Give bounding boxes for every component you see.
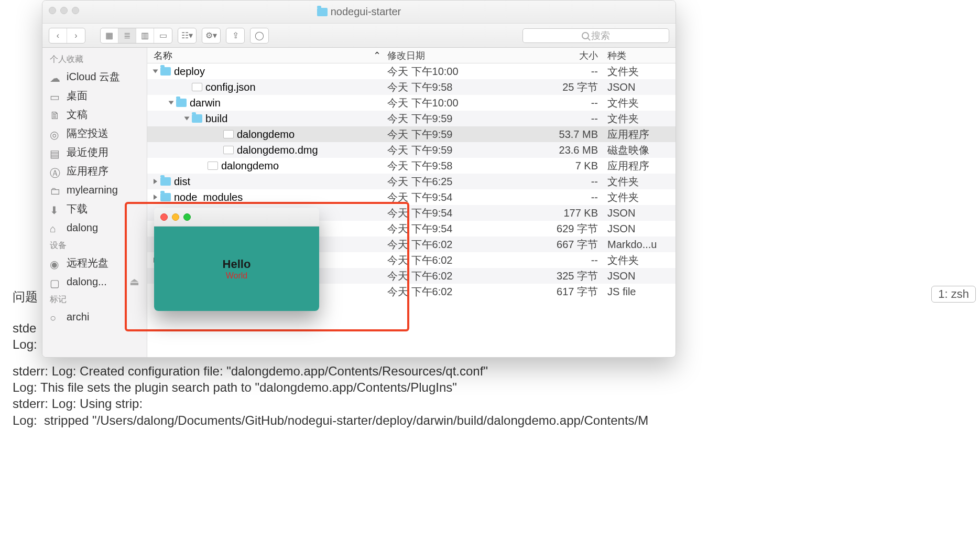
finder-sidebar: 个人收藏 ☁iCloud 云盘 ▭桌面 🗎文稿 ◎隔空投送 ▤最近使用 Ⓐ应用程… (42, 48, 147, 357)
table-row[interactable]: darwin今天 下午10:00--文件夹 (147, 95, 676, 111)
file-kind: 文件夹 (607, 96, 676, 110)
table-row[interactable]: dist今天 下午6:25--文件夹 (147, 174, 676, 189)
file-date: 今天 下午6:02 (387, 238, 518, 252)
disclosure-triangle-icon[interactable] (169, 101, 174, 105)
zoom-icon[interactable] (72, 7, 79, 14)
sidebar-item-applications[interactable]: Ⓐ应用程序 (42, 162, 147, 180)
sidebar-item-airdrop[interactable]: ◎隔空投送 (42, 124, 147, 143)
terminal-line: Log: This file sets the plugin search pa… (13, 379, 648, 395)
column-name[interactable]: 名称⌃ (147, 49, 387, 62)
file-size: 7 KB (518, 160, 607, 172)
minimize-icon[interactable] (172, 213, 179, 221)
back-button[interactable]: ‹ (49, 28, 67, 43)
disclosure-triangle-icon[interactable] (153, 70, 158, 73)
sidebar-item-disk[interactable]: ▢dalong...⏏ (42, 272, 147, 291)
action-button[interactable]: ⚙▾ (202, 28, 220, 43)
traffic-lights (49, 7, 79, 14)
search-field[interactable]: 搜索 (522, 28, 669, 43)
column-size[interactable]: 大小 (518, 49, 607, 62)
app-titlebar[interactable] (154, 208, 319, 227)
forward-button[interactable]: › (67, 28, 85, 43)
file-date: 今天 下午10:00 (387, 64, 518, 79)
icon-view-button[interactable]: ▦ (101, 28, 118, 43)
file-kind: 应用程序 (607, 159, 676, 173)
zoom-icon[interactable] (183, 213, 191, 221)
terminal-tab-problems[interactable]: 问题 (13, 288, 38, 305)
eject-icon[interactable]: ⏏ (129, 275, 139, 288)
file-date: 今天 下午9:59 (387, 112, 518, 126)
sort-asc-icon: ⌃ (373, 50, 381, 61)
file-kind: JSON (607, 81, 676, 93)
minimize-icon[interactable] (60, 7, 68, 14)
share-button[interactable]: ⇪ (226, 28, 244, 43)
terminal-line: Log: stripped "/Users/dalong/Documents/G… (13, 412, 648, 428)
file-date: 今天 下午6:02 (387, 285, 518, 299)
gallery-view-button[interactable]: ▭ (154, 28, 172, 43)
file-name: dist (174, 176, 190, 188)
file-name: dalongdemo.dmg (237, 144, 318, 156)
folder-icon (160, 177, 171, 186)
sidebar-item-remote-disc[interactable]: ◉远程光盘 (42, 253, 147, 272)
table-row[interactable]: node_modules今天 下午9:54--文件夹 (147, 189, 676, 205)
disclosure-triangle-icon[interactable] (154, 195, 157, 200)
folder-icon (317, 8, 328, 16)
sidebar-item-recents[interactable]: ▤最近使用 (42, 143, 147, 162)
column-headers: 名称⌃ 修改日期 大小 种类 (147, 48, 676, 63)
folder-icon (192, 114, 202, 123)
app-window[interactable]: Hello World (154, 208, 319, 311)
file-size: -- (518, 176, 607, 188)
disclosure-triangle-icon[interactable] (154, 179, 157, 184)
dmg-icon (223, 146, 234, 154)
finder-titlebar[interactable]: nodegui-starter (42, 1, 676, 24)
file-kind: JS file (607, 286, 676, 298)
sidebar-item-documents[interactable]: 🗎文稿 (42, 105, 147, 124)
file-size: 325 字节 (518, 269, 607, 283)
cloud-icon: ☁ (50, 72, 61, 81)
disclosure-triangle-icon[interactable] (184, 117, 190, 121)
file-name: deploy (174, 66, 205, 78)
file-date: 今天 下午9:54 (387, 206, 518, 220)
sidebar-item-downloads[interactable]: ⬇下载 (42, 199, 147, 218)
file-kind: 应用程序 (607, 127, 676, 142)
view-group: ▦ ≣ ▥ ▭ (100, 28, 172, 44)
search-icon (582, 32, 589, 39)
tag-icon: ○ (50, 312, 61, 321)
folder-icon (160, 193, 171, 201)
column-kind[interactable]: 种类 (607, 49, 676, 62)
sidebar-item-desktop[interactable]: ▭桌面 (42, 86, 147, 105)
arrange-group: ☷▾ (178, 28, 197, 44)
table-row[interactable]: build今天 下午9:59--文件夹 (147, 111, 676, 126)
sidebar-item-icloud[interactable]: ☁iCloud 云盘 (42, 67, 147, 86)
table-row[interactable]: dalongdemo今天 下午9:5953.7 MB应用程序 (147, 126, 676, 142)
terminal-line: stde (13, 320, 37, 336)
arrange-button[interactable]: ☷▾ (178, 28, 196, 43)
action-group: ⚙▾ (202, 28, 221, 44)
file-kind: 文件夹 (607, 190, 676, 205)
table-row[interactable]: deploy今天 下午10:00--文件夹 (147, 63, 676, 79)
file-kind: JSON (607, 223, 676, 235)
tags-button[interactable]: ◯ (251, 28, 268, 43)
file-kind: Markdo...u (607, 239, 676, 251)
close-icon[interactable] (160, 213, 168, 221)
home-icon: ⌂ (50, 223, 61, 232)
file-date: 今天 下午10:00 (387, 96, 518, 110)
file-name: config.json (205, 81, 256, 93)
file-kind: JSON (607, 207, 676, 219)
sidebar-item-home[interactable]: ⌂dalong (42, 218, 147, 237)
sidebar-item-mylearning[interactable]: 🗀mylearning (42, 180, 147, 199)
table-row[interactable]: config.json今天 下午9:5825 字节JSON (147, 79, 676, 95)
sidebar-section-favorites: 个人收藏 (42, 51, 147, 67)
file-size: -- (518, 254, 607, 266)
column-date[interactable]: 修改日期 (387, 49, 518, 62)
app-icon (223, 130, 234, 138)
list-view-button[interactable]: ≣ (118, 28, 136, 43)
column-view-button[interactable]: ▥ (136, 28, 154, 43)
sidebar-item-tag[interactable]: ○archi (42, 307, 147, 326)
terminal-shell-selector[interactable]: 1: zsh (931, 286, 976, 303)
file-size: 25 字节 (518, 80, 607, 94)
close-icon[interactable] (49, 7, 56, 14)
table-row[interactable]: dalongdemo.dmg今天 下午9:5923.6 MB磁盘映像 (147, 142, 676, 158)
file-name: darwin (190, 97, 221, 109)
file-kind: JSON (607, 270, 676, 282)
table-row[interactable]: dalongdemo今天 下午9:587 KB应用程序 (147, 158, 676, 174)
